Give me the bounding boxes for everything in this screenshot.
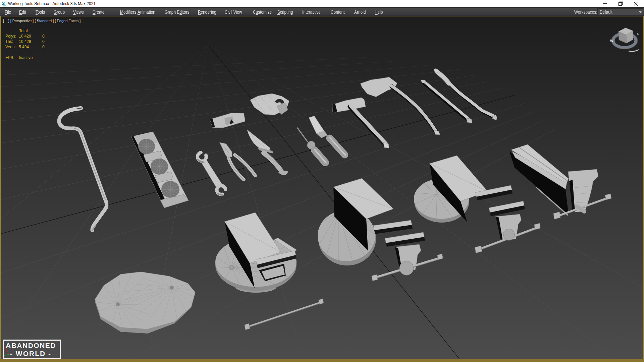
svg-text:10 429: 10 429 <box>19 34 31 39</box>
svg-text:Polys:: Polys: <box>5 34 16 39</box>
svg-text:0: 0 <box>42 39 45 44</box>
svg-text:10 429: 10 429 <box>19 39 31 44</box>
svg-text:[ + ] [ Perspective ] [ Standa: [ + ] [ Perspective ] [ Standard ] [ Edg… <box>3 19 80 23</box>
svg-text:5 494: 5 494 <box>19 45 29 49</box>
svg-text:Verts:: Verts: <box>5 45 16 49</box>
svg-text:Inactive: Inactive <box>19 55 33 60</box>
svg-text:0: 0 <box>42 45 45 49</box>
svg-text:- WORLD -: - WORLD - <box>10 350 51 357</box>
svg-text:Tris:: Tris: <box>5 39 13 44</box>
svg-text:FPS:: FPS: <box>5 55 14 60</box>
svg-text:▲: ▲ <box>636 32 639 35</box>
svg-text:0: 0 <box>42 34 45 39</box>
svg-text:Total: Total <box>19 28 28 33</box>
svg-text:ABANDONED: ABANDONED <box>6 342 56 349</box>
svg-text:W: W <box>610 39 613 43</box>
svg-text:3: 3 <box>2 1 5 6</box>
